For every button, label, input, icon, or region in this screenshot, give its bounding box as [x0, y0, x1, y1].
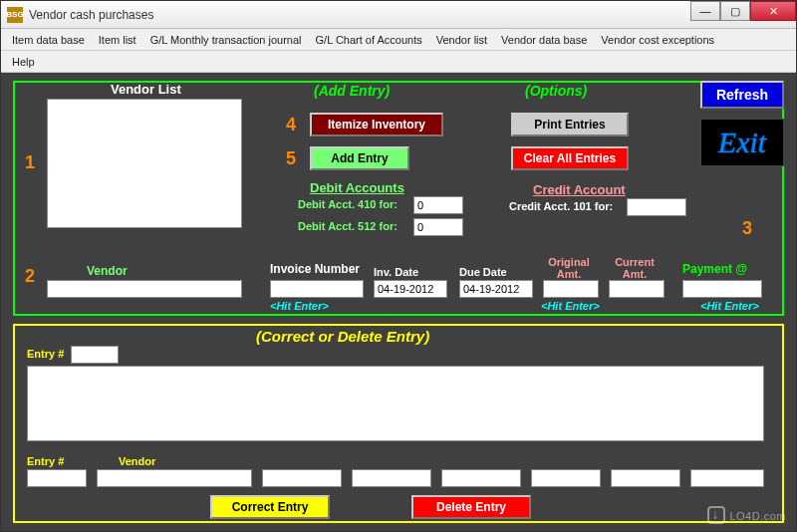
due-date-input[interactable]	[459, 280, 533, 298]
close-button[interactable]: ✕	[750, 1, 796, 21]
menu-help[interactable]: Help	[5, 53, 42, 71]
add-entry-panel: Vendor List (Add Entry) (Options) Refres…	[13, 81, 784, 316]
entry-no2-label: Entry #	[27, 455, 64, 467]
menu-gl-journal[interactable]: G/L Monthly transaction journal	[143, 31, 309, 49]
field-4-input[interactable]	[531, 469, 601, 487]
step-4-label: 4	[286, 115, 296, 135]
field-5-input[interactable]	[611, 469, 680, 487]
menu-vendor-list[interactable]: Vendor list	[429, 31, 494, 49]
original-amt-label: Original Amt.	[547, 256, 591, 280]
maximize-button[interactable]: ▢	[720, 1, 750, 21]
step-5-label: 5	[286, 148, 296, 169]
credit-account-heading: Credit Account	[533, 182, 626, 197]
vendor-input[interactable]	[47, 280, 242, 298]
vendor2-label: Vendor	[119, 455, 155, 467]
debit-410-input[interactable]	[413, 196, 463, 214]
step-3-label: 3	[742, 218, 752, 239]
debit-accounts-heading: Debit Accounts	[310, 180, 404, 195]
entries-listbox[interactable]	[27, 366, 764, 441]
payment-hit-enter: <Hit Enter>	[700, 300, 759, 312]
current-amt-input[interactable]	[609, 280, 664, 298]
field-1-input[interactable]	[262, 469, 342, 487]
vendor-field-label: Vendor	[87, 264, 128, 278]
menu-item-list[interactable]: Item list	[92, 31, 143, 49]
menubar: Item data base Item list G/L Monthly tra…	[1, 29, 796, 51]
original-amt-hit-enter: <Hit Enter>	[541, 300, 600, 312]
vendor-listbox[interactable]	[47, 99, 242, 228]
add-entry-button[interactable]: Add Entry	[310, 146, 409, 170]
titlebar[interactable]: BSG Vendor cash purchases — ▢ ✕	[1, 1, 796, 29]
field-2-input[interactable]	[352, 469, 431, 487]
debit-512-label: Debit Acct. 512 for:	[298, 220, 398, 232]
exit-icon: Exit	[718, 126, 766, 159]
print-entries-button[interactable]: Print Entries	[511, 113, 629, 136]
entry-no2-input[interactable]	[27, 469, 87, 487]
inv-date-input[interactable]	[374, 280, 447, 298]
menu-gl-chart[interactable]: G/L Chart of Accounts	[309, 31, 429, 49]
payment-input[interactable]	[682, 280, 762, 298]
step-1-label: 1	[25, 152, 35, 173]
menu-vendor-cost-exceptions[interactable]: Vendor cost exceptions	[594, 31, 721, 49]
correct-delete-heading: (Correct or Delete Entry)	[256, 328, 429, 345]
menu-vendor-data-base[interactable]: Vendor data base	[494, 31, 594, 49]
exit-button[interactable]: Exit	[700, 119, 784, 166]
vendor-list-label: Vendor List	[111, 82, 181, 97]
client-area: Vendor List (Add Entry) (Options) Refres…	[1, 73, 796, 531]
minimize-button[interactable]: —	[690, 1, 720, 21]
credit-101-input[interactable]	[627, 198, 686, 216]
credit-101-label: Credit Acct. 101 for:	[509, 200, 613, 212]
debit-410-label: Debit Acct. 410 for:	[298, 198, 398, 210]
entry-no-input[interactable]	[71, 346, 119, 364]
menubar-row2: Help	[1, 51, 796, 73]
itemize-inventory-button[interactable]: Itemize Inventory	[310, 113, 443, 136]
field-6-input[interactable]	[690, 469, 764, 487]
delete-entry-button[interactable]: Delete Entry	[411, 495, 531, 519]
invoice-number-input[interactable]	[270, 280, 364, 298]
original-amt-input[interactable]	[543, 280, 599, 298]
step-2-label: 2	[25, 266, 35, 287]
correct-entry-button[interactable]: Correct Entry	[210, 495, 330, 519]
options-heading: (Options)	[525, 83, 587, 99]
window-title: Vendor cash purchases	[29, 8, 153, 22]
app-icon: BSG	[7, 7, 23, 23]
inv-date-label: Inv. Date	[374, 266, 418, 278]
due-date-label: Due Date	[459, 266, 507, 278]
debit-512-input[interactable]	[413, 218, 463, 236]
add-entry-heading: (Add Entry)	[314, 83, 390, 99]
refresh-button[interactable]: Refresh	[700, 81, 784, 109]
menu-item-data-base[interactable]: Item data base	[5, 31, 92, 49]
vendor2-input[interactable]	[97, 469, 252, 487]
app-window: BSG Vendor cash purchases — ▢ ✕ Item dat…	[0, 0, 797, 532]
invoice-hit-enter: <Hit Enter>	[270, 300, 329, 312]
current-amt-label: Current Amt.	[613, 256, 657, 280]
field-3-input[interactable]	[441, 469, 521, 487]
correct-delete-panel: (Correct or Delete Entry) Entry # Entry …	[13, 324, 784, 523]
clear-all-entries-button[interactable]: Clear All Entries	[511, 146, 629, 170]
payment-label: Payment @	[682, 262, 747, 276]
invoice-number-label: Invoice Number	[270, 262, 360, 276]
entry-no-label: Entry #	[27, 348, 64, 360]
